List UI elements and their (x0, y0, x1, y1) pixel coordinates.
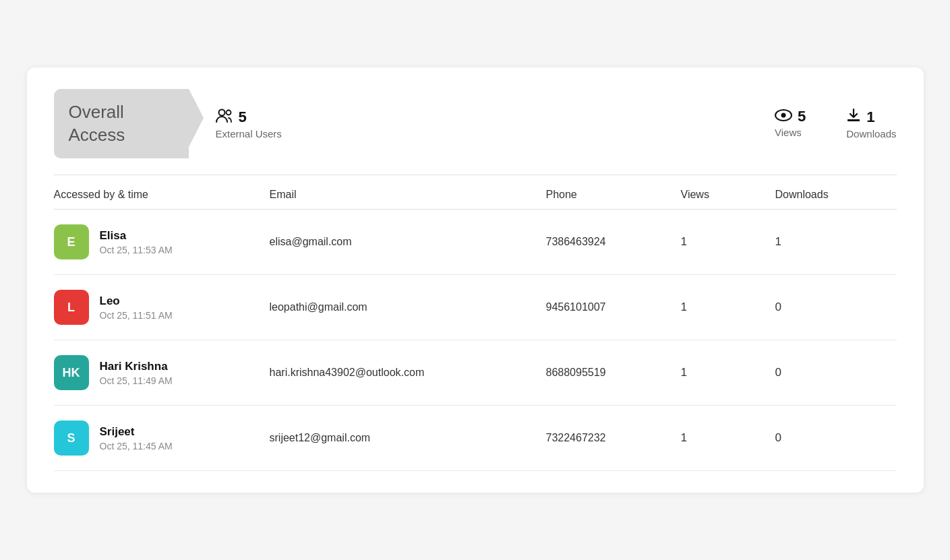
user-time: Oct 25, 11:53 AM (100, 245, 173, 255)
external-users-count: 5 (239, 108, 247, 126)
overall-access-badge: Overall Access (54, 89, 189, 159)
col-accessed: Accessed by & time (54, 189, 270, 201)
user-phone: 9456101007 (546, 301, 681, 313)
table-row: HK Hari Krishna Oct 25, 11:49 AM hari.kr… (54, 340, 897, 406)
user-downloads: 1 (775, 235, 897, 249)
user-views: 1 (681, 366, 775, 379)
user-info: L Leo Oct 25, 11:51 AM (54, 290, 270, 325)
header-row: Overall Access 5 (54, 89, 897, 176)
avatar: E (54, 224, 89, 259)
views-icon (775, 108, 792, 125)
svg-point-1 (226, 111, 231, 115)
svg-point-0 (218, 110, 225, 116)
views-downloads-group: 5 Views 1 Downloads (775, 108, 896, 139)
col-email: Email (270, 189, 546, 201)
user-email: leopathi@gmail.com (270, 301, 546, 313)
views-stat: 5 Views (775, 108, 806, 139)
user-phone: 8688095519 (546, 367, 681, 379)
user-downloads: 0 (775, 431, 897, 445)
downloads-label: Downloads (846, 128, 896, 139)
user-downloads: 0 (775, 301, 897, 314)
user-views: 1 (681, 431, 775, 445)
external-users-stat: 5 External Users (216, 108, 282, 139)
user-views: 1 (681, 301, 775, 314)
user-name: Srijeet (100, 425, 173, 439)
overall-access-text: Overall Access (69, 101, 155, 147)
user-phone: 7386463924 (546, 236, 681, 248)
user-name: Hari Krishna (100, 360, 173, 373)
badge-line2: Access (69, 125, 125, 145)
user-info: S Srijeet Oct 25, 11:45 AM (54, 421, 270, 456)
user-info: HK Hari Krishna Oct 25, 11:49 AM (54, 355, 270, 390)
views-label: Views (775, 127, 806, 138)
user-time: Oct 25, 11:45 AM (100, 441, 173, 452)
views-value: 5 (775, 108, 806, 125)
views-count: 5 (798, 108, 806, 125)
downloads-value: 1 (846, 108, 896, 127)
table-header: Accessed by & time Email Phone Views Dow… (54, 175, 897, 210)
table-row: E Elisa Oct 25, 11:53 AM elisa@gmail.com… (54, 210, 897, 275)
col-views: Views (681, 189, 775, 201)
table-row: S Srijeet Oct 25, 11:45 AM srijeet12@gma… (54, 406, 897, 471)
external-users-value: 5 (216, 108, 282, 127)
user-info: E Elisa Oct 25, 11:53 AM (54, 224, 270, 259)
col-downloads: Downloads (775, 189, 897, 201)
avatar: HK (54, 355, 89, 390)
main-card: Overall Access 5 (27, 67, 924, 493)
external-users-label: External Users (216, 128, 282, 139)
downloads-icon (846, 108, 861, 127)
user-name: Elisa (100, 229, 173, 243)
col-phone: Phone (546, 189, 681, 201)
downloads-count: 1 (866, 108, 874, 126)
user-phone: 7322467232 (546, 432, 681, 444)
badge-line1: Overall (69, 102, 124, 122)
stats-group: 5 External Users 5 Views (216, 108, 897, 139)
user-email: elisa@gmail.com (270, 236, 546, 248)
external-users-icon (216, 108, 233, 127)
table-row: L Leo Oct 25, 11:51 AM leopathi@gmail.co… (54, 275, 897, 340)
user-name: Leo (100, 294, 173, 308)
avatar: L (54, 290, 89, 325)
user-downloads: 0 (775, 366, 897, 379)
user-views: 1 (681, 235, 775, 249)
svg-point-3 (781, 113, 786, 118)
table-body: E Elisa Oct 25, 11:53 AM elisa@gmail.com… (54, 210, 897, 471)
user-time: Oct 25, 11:49 AM (100, 375, 173, 386)
user-email: hari.krishna43902@outlook.com (270, 367, 546, 379)
avatar: S (54, 421, 89, 456)
user-time: Oct 25, 11:51 AM (100, 310, 173, 321)
downloads-stat: 1 Downloads (846, 108, 896, 139)
user-email: srijeet12@gmail.com (270, 432, 546, 444)
